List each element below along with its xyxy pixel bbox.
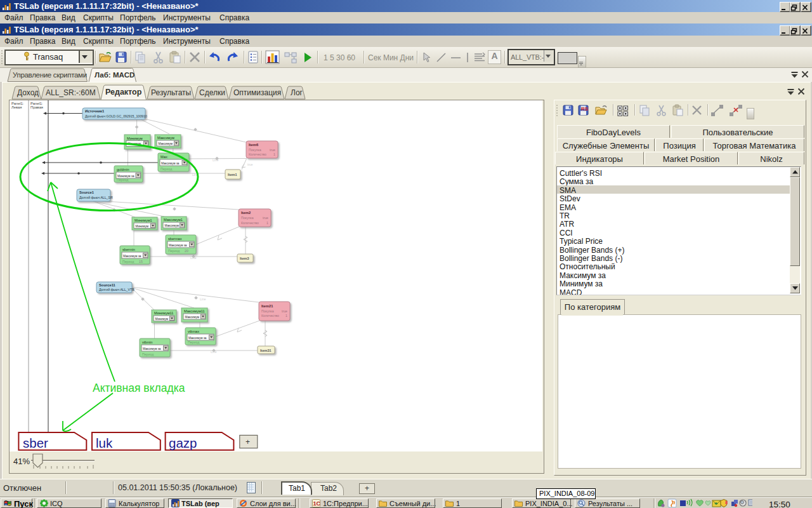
svg-text:Source1: Source1 — [79, 190, 95, 194]
svg-text:Max:: Max: — [160, 155, 169, 159]
svg-text:Левая: Левая — [11, 105, 22, 109]
svg-text:Минимум: Минимум — [136, 225, 149, 228]
svg-text:vtbmin: vtbmin — [142, 340, 152, 344]
svg-text:vtbmax: vtbmax — [188, 330, 199, 333]
svg-text:Период: Период — [122, 260, 134, 264]
svg-text:Item2: Item2 — [241, 211, 251, 215]
svg-text:goldmin: goldmin — [117, 168, 129, 171]
svg-text:Item6: Item6 — [249, 143, 259, 147]
svg-text:true: true — [263, 216, 268, 220]
svg-text:sber: sber — [23, 436, 48, 450]
svg-text:15: 15 — [139, 260, 143, 264]
svg-text:Максимум11: Максимум11 — [184, 309, 205, 313]
svg-text:Минимум11: Минимум11 — [154, 311, 173, 315]
svg-text:Минимум за: Минимум за — [117, 175, 134, 178]
svg-text:1: 1 — [266, 221, 268, 225]
svg-text:Item21: Item21 — [261, 304, 273, 308]
svg-text:Line: Line — [190, 256, 197, 260]
svg-text:Максимум за: Максимум за — [188, 337, 207, 340]
svg-text:Количество: Количество — [261, 314, 279, 318]
svg-text:Line: Line — [211, 350, 217, 354]
svg-text:+: + — [246, 438, 250, 446]
svg-text:Покупка: Покупка — [249, 148, 261, 152]
svg-text:Максимум: Максимум — [159, 142, 173, 145]
svg-text:Покупка: Покупка — [261, 309, 274, 313]
svg-text:sbermin: sbermin — [122, 248, 135, 251]
svg-text:Период: Период — [142, 352, 154, 356]
svg-text:1: 1 — [273, 152, 275, 156]
svg-text:true: true — [247, 163, 253, 166]
svg-text:Источник1: Источник1 — [85, 109, 105, 113]
svg-text:Item1: Item1 — [228, 173, 237, 177]
svg-text:Правая: Правая — [30, 105, 43, 109]
svg-text:Максимум: Максимум — [165, 224, 179, 227]
svg-text:luk: luk — [96, 436, 113, 450]
svg-text:Активная вкладка: Активная вкладка — [93, 382, 185, 394]
svg-text:Максимум1: Максимум1 — [164, 218, 183, 222]
svg-text:Покупка: Покупка — [241, 216, 254, 220]
svg-text:Количество: Количество — [241, 221, 259, 225]
svg-text:Долгий фьюч:ALL_SR: Долгий фьюч:ALL_SR — [79, 196, 113, 199]
svg-text:Максимум: Максимум — [157, 136, 174, 140]
svg-text:Item31: Item31 — [260, 349, 272, 352]
svg-text:1С: 1С — [313, 500, 321, 507]
svg-text:Период: Период — [117, 178, 128, 182]
svg-text:Долгий фьюч:ALL_VTB: Долгий фьюч:ALL_VTB — [99, 288, 134, 291]
svg-text:Source11: Source11 — [99, 283, 116, 287]
svg-text:Период: Период — [168, 249, 180, 253]
svg-text:gazp: gazp — [169, 436, 197, 450]
svg-text:Количество: Количество — [249, 152, 266, 156]
svg-text:RS: RS — [581, 106, 589, 112]
svg-text:Долгий фьюч:GOLD.GC_092915_100: Долгий фьюч:GOLD.GC_092915_100910 — [85, 114, 147, 118]
svg-text:Item3: Item3 — [240, 257, 249, 260]
svg-text:Период: Период — [188, 340, 199, 344]
svg-text:true: true — [270, 148, 275, 152]
svg-text:Минимум: Минимум — [155, 318, 169, 321]
svg-text:Максимум за: Максимум за — [123, 255, 141, 258]
svg-text:Максимум за: Максимум за — [143, 347, 161, 351]
svg-text:Минимум: Минимум — [127, 137, 143, 140]
svg-text:Line: Line — [200, 297, 206, 301]
svg-text:Максимум за: Максимум за — [161, 162, 180, 165]
svg-text:Line: Line — [213, 158, 219, 162]
svg-text:Максимум за: Максимум за — [169, 244, 187, 247]
svg-text:Минимум1: Минимум1 — [134, 218, 152, 222]
svg-text:true: true — [282, 309, 287, 313]
svg-text:sbermax: sbermax — [168, 237, 182, 241]
svg-text:Период: Период — [160, 167, 172, 171]
svg-text:Максимум: Максимум — [185, 316, 199, 319]
svg-text:1: 1 — [285, 314, 287, 318]
svg-text:20: 20 — [185, 249, 188, 253]
